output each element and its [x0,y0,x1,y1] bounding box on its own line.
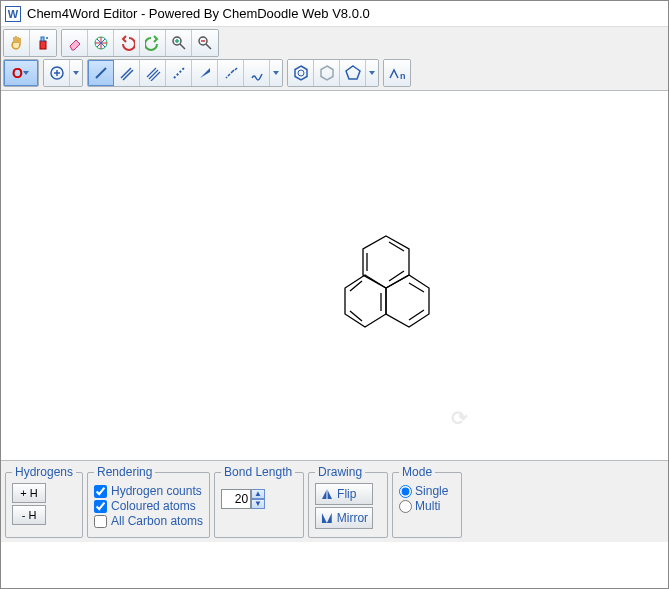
all-carbon-label: All Carbon atoms [111,514,203,528]
chain-label: n [400,71,406,81]
double-bond-icon [119,65,135,81]
coloured-atoms-checkbox-row[interactable]: Coloured atoms [94,499,203,513]
drawing-legend: Drawing [315,465,365,479]
hydrogens-group: Hydrogens + H - H [5,465,83,538]
hydrogen-counts-label: Hydrogen counts [111,484,202,498]
bottom-panel: Hydrogens + H - H Rendering Hydrogen cou… [1,460,668,542]
mode-legend: Mode [399,465,435,479]
hexagon-icon [318,64,336,82]
svg-marker-7 [295,66,307,80]
flip-label: Flip [337,487,356,501]
mirror-icon [320,511,334,525]
svg-marker-13 [345,275,386,327]
single-bond-tool[interactable] [88,60,114,86]
mode-group: Mode Single Multi [392,465,462,538]
chevron-down-icon [73,71,79,75]
cyclopentane-ring-tool[interactable] [340,60,366,86]
wavy-bond-icon [249,65,265,81]
mirror-button[interactable]: Mirror [315,507,373,529]
flip-button[interactable]: Flip [315,483,373,505]
window-titlebar: W Chem4Word Editor - Powered By ChemDood… [1,1,668,27]
redo-button[interactable] [140,30,166,56]
mode-multi-label: Multi [415,499,440,513]
center-tool[interactable] [88,30,114,56]
app-icon: W [5,6,21,22]
mode-multi-row[interactable]: Multi [399,499,455,513]
eraser-tool[interactable] [62,30,88,56]
ring-dropdown[interactable] [366,60,378,86]
chevron-down-icon [273,71,279,75]
zoom-in-button[interactable] [166,30,192,56]
coloured-atoms-label: Coloured atoms [111,499,196,513]
double-bond-tool[interactable] [114,60,140,86]
benzene-ring-tool[interactable] [288,60,314,86]
add-hydrogen-button[interactable]: + H [12,483,46,503]
hydrogen-counts-checkbox[interactable] [94,485,107,498]
eraser-icon [67,35,83,51]
all-carbon-checkbox-row[interactable]: All Carbon atoms [94,514,203,528]
flip-icon [320,487,334,501]
toolbar-row-1 [1,27,668,57]
rendering-legend: Rendering [94,465,155,479]
redo-icon [145,35,161,51]
undo-button[interactable] [114,30,140,56]
atom-label-text: O [12,65,23,81]
zoom-in-icon [171,35,187,51]
cyclohexane-ring-tool[interactable] [314,60,340,86]
dashed-bond-tool[interactable] [166,60,192,86]
benzene-icon [292,64,310,82]
toolbar-row-2: O [1,57,668,90]
bond-dropdown[interactable] [270,60,282,86]
svg-rect-0 [40,41,46,49]
mirror-label: Mirror [337,511,368,525]
charge-dropdown[interactable] [70,60,82,86]
mode-multi-radio[interactable] [399,500,412,513]
coloured-atoms-checkbox[interactable] [94,500,107,513]
chevron-down-icon [23,71,29,75]
rendering-group: Rendering Hydrogen counts Coloured atoms… [87,465,210,538]
zoom-out-icon [197,35,213,51]
mode-single-row[interactable]: Single [399,484,455,498]
bond-length-input[interactable] [221,489,251,509]
single-bond-icon [93,65,109,81]
undo-icon [119,35,135,51]
drawing-group: Drawing Flip Mirror [308,465,388,538]
pentagon-icon [344,64,362,82]
window-title: Chem4Word Editor - Powered By ChemDoodle… [27,6,370,21]
molecule-structure [331,231,441,341]
spray-icon [35,35,51,51]
chain-icon: n [388,64,406,82]
hand-tool[interactable] [4,30,30,56]
zoom-out-button[interactable] [192,30,218,56]
hydrogens-legend: Hydrogens [12,465,76,479]
remove-hydrogen-button[interactable]: - H [12,505,46,525]
watermark: ⟳ [451,406,468,430]
svg-rect-1 [41,37,44,41]
plus-circle-icon [49,65,65,81]
svg-marker-10 [346,66,360,79]
svg-marker-12 [386,275,429,327]
hash-wedge-icon [223,65,239,81]
mode-single-label: Single [415,484,448,498]
hand-icon [9,35,25,51]
svg-marker-9 [321,66,333,80]
triple-bond-icon [145,65,161,81]
hash-wedge-bond-tool[interactable] [218,60,244,86]
drawing-canvas[interactable]: ⟳ [1,90,668,460]
chevron-down-icon [369,71,375,75]
hydrogen-counts-checkbox-row[interactable]: Hydrogen counts [94,484,203,498]
bond-length-down[interactable]: ▼ [251,499,265,509]
add-charge-tool[interactable] [44,60,70,86]
chain-tool[interactable]: n [384,60,410,86]
triple-bond-tool[interactable] [140,60,166,86]
atom-label-tool[interactable]: O [4,60,38,86]
clean-tool[interactable] [30,30,56,56]
bond-length-up[interactable]: ▲ [251,489,265,499]
mode-single-radio[interactable] [399,485,412,498]
svg-point-2 [46,37,48,39]
all-carbon-checkbox[interactable] [94,515,107,528]
wedge-bond-tool[interactable] [192,60,218,86]
dashed-bond-icon [171,65,187,81]
wavy-bond-tool[interactable] [244,60,270,86]
wedge-icon [197,65,213,81]
